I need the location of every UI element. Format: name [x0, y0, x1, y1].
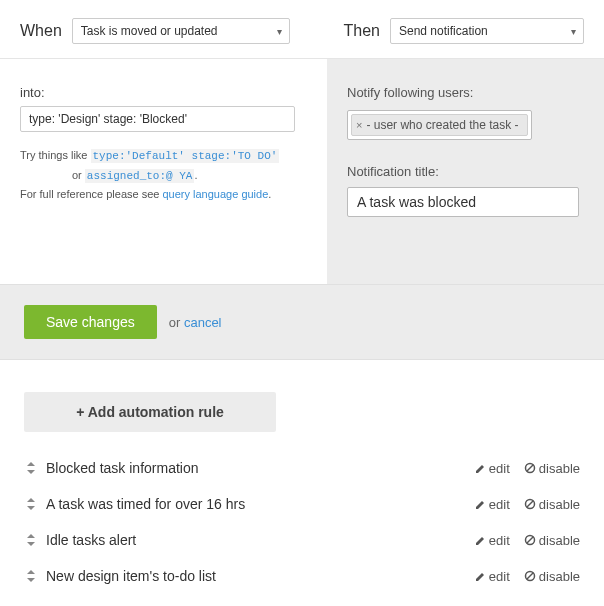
drag-handle-icon[interactable]	[24, 570, 38, 582]
query-guide-link[interactable]: query language guide	[162, 188, 268, 200]
tag-text: - user who created the task -	[366, 118, 518, 132]
notification-title-input[interactable]	[347, 187, 579, 217]
add-rule-button[interactable]: + Add automation rule	[24, 392, 276, 432]
hint-prefix: Try things like	[20, 149, 87, 161]
into-label: into:	[20, 85, 307, 100]
disable-button[interactable]: disable	[524, 461, 580, 476]
rule-name: A task was timed for over 16 hrs	[46, 496, 475, 512]
remove-tag-icon[interactable]: ×	[356, 119, 362, 131]
rule-name: Idle tasks alert	[46, 532, 475, 548]
trigger-action-bar: When Task is moved or updated ▾ Then Sen…	[0, 0, 604, 59]
notification-title-label: Notification title:	[347, 164, 584, 179]
hint-code-1: type:'Default' stage:'TO DO'	[91, 149, 280, 163]
save-button[interactable]: Save changes	[24, 305, 157, 339]
drag-handle-icon[interactable]	[24, 462, 38, 474]
rules-list: + Add automation rule Blocked task infor…	[0, 360, 604, 606]
edit-button[interactable]: edit	[475, 569, 510, 584]
disable-button[interactable]: disable	[524, 533, 580, 548]
edit-button[interactable]: edit	[475, 533, 510, 548]
rule-row: A task was timed for over 16 hrs edit di…	[24, 486, 580, 522]
rule-name: New design item's to-do list	[46, 568, 475, 584]
hint-or: or	[72, 169, 82, 181]
then-label: Then	[344, 22, 380, 40]
user-tag: × - user who created the task -	[351, 114, 528, 136]
hint-code-2: assigned_to:@ YA	[85, 169, 195, 183]
action-panel: Notify following users: × - user who cre…	[327, 59, 604, 284]
svg-line-5	[527, 537, 533, 543]
into-input[interactable]	[20, 106, 295, 132]
disable-button[interactable]: disable	[524, 569, 580, 584]
edit-button[interactable]: edit	[475, 461, 510, 476]
svg-line-1	[527, 465, 533, 471]
notify-label: Notify following users:	[347, 85, 584, 100]
drag-handle-icon[interactable]	[24, 498, 38, 510]
condition-panel: into: Try things like type:'Default' sta…	[0, 59, 327, 284]
save-bar: Save changes or cancel	[0, 284, 604, 360]
when-label: When	[20, 22, 62, 40]
svg-line-7	[527, 573, 533, 579]
query-hint: Try things like type:'Default' stage:'TO…	[20, 146, 307, 204]
disable-button[interactable]: disable	[524, 497, 580, 512]
rule-row: New design item's to-do list edit disabl…	[24, 558, 580, 594]
drag-handle-icon[interactable]	[24, 534, 38, 546]
svg-line-3	[527, 501, 533, 507]
notify-users-field[interactable]: × - user who created the task -	[347, 110, 532, 140]
when-select[interactable]: Task is moved or updated	[72, 18, 290, 44]
cancel-link[interactable]: cancel	[184, 315, 222, 330]
then-select[interactable]: Send notification	[390, 18, 584, 44]
or-text: or	[169, 315, 181, 330]
rule-row: Blocked task information edit disable	[24, 450, 580, 486]
rule-name: Blocked task information	[46, 460, 475, 476]
rule-row: Idle tasks alert edit disable	[24, 522, 580, 558]
hint-ref: For full reference please see	[20, 188, 159, 200]
edit-button[interactable]: edit	[475, 497, 510, 512]
